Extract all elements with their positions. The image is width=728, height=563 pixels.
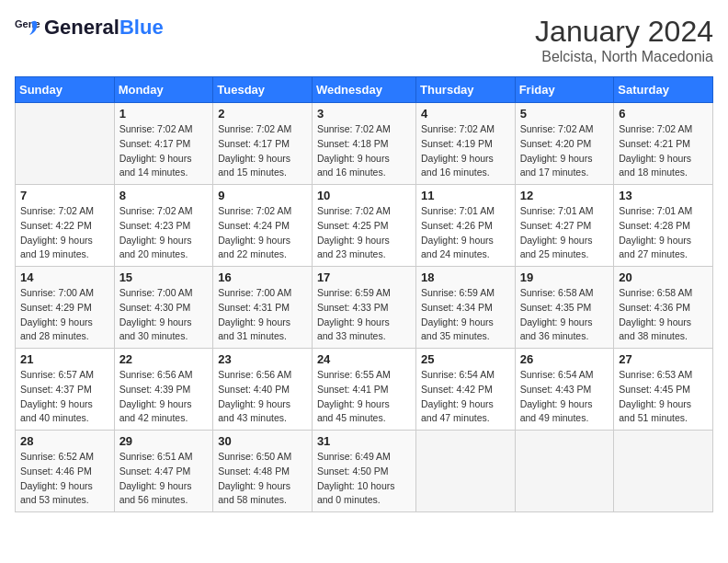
day-cell: 13Sunrise: 7:01 AMSunset: 4:28 PMDayligh… xyxy=(614,185,713,267)
day-info: Sunrise: 6:52 AMSunset: 4:46 PMDaylight:… xyxy=(20,450,109,508)
day-number: 2 xyxy=(218,107,307,121)
day-cell xyxy=(16,103,115,185)
title-block: January 2024 Belcista, North Macedonia xyxy=(535,15,713,65)
day-info: Sunrise: 6:59 AMSunset: 4:33 PMDaylight:… xyxy=(317,286,411,344)
day-number: 20 xyxy=(619,270,708,284)
day-number: 12 xyxy=(520,189,609,202)
header-day-saturday: Saturday xyxy=(614,77,713,103)
day-cell: 21Sunrise: 6:57 AMSunset: 4:37 PMDayligh… xyxy=(16,349,115,431)
day-cell: 24Sunrise: 6:55 AMSunset: 4:41 PMDayligh… xyxy=(312,349,415,431)
day-cell xyxy=(515,431,614,512)
day-number: 26 xyxy=(520,352,609,366)
day-info: Sunrise: 7:00 AMSunset: 4:31 PMDaylight:… xyxy=(218,286,307,344)
day-info: Sunrise: 6:57 AMSunset: 4:37 PMDaylight:… xyxy=(20,368,109,426)
day-cell: 2Sunrise: 7:02 AMSunset: 4:17 PMDaylight… xyxy=(213,103,313,185)
header-day-sunday: Sunday xyxy=(16,77,115,103)
day-info: Sunrise: 7:00 AMSunset: 4:29 PMDaylight:… xyxy=(20,286,109,344)
day-cell xyxy=(416,431,516,512)
day-cell: 11Sunrise: 7:01 AMSunset: 4:26 PMDayligh… xyxy=(416,185,516,267)
calendar-table: SundayMondayTuesdayWednesdayThursdayFrid… xyxy=(15,76,713,512)
day-info: Sunrise: 6:58 AMSunset: 4:35 PMDaylight:… xyxy=(520,286,609,344)
week-row-2: 7Sunrise: 7:02 AMSunset: 4:22 PMDaylight… xyxy=(16,185,713,267)
week-row-3: 14Sunrise: 7:00 AMSunset: 4:29 PMDayligh… xyxy=(16,267,713,349)
day-info: Sunrise: 6:56 AMSunset: 4:39 PMDaylight:… xyxy=(119,368,209,426)
day-info: Sunrise: 7:02 AMSunset: 4:22 PMDaylight:… xyxy=(20,204,109,262)
day-number: 22 xyxy=(119,352,209,366)
day-cell: 9Sunrise: 7:02 AMSunset: 4:24 PMDaylight… xyxy=(213,185,313,267)
week-row-4: 21Sunrise: 6:57 AMSunset: 4:37 PMDayligh… xyxy=(16,349,713,431)
header-day-monday: Monday xyxy=(114,77,213,103)
day-number: 4 xyxy=(421,107,510,121)
day-info: Sunrise: 6:49 AMSunset: 4:50 PMDaylight:… xyxy=(317,450,411,508)
day-cell: 6Sunrise: 7:02 AMSunset: 4:21 PMDaylight… xyxy=(614,103,713,185)
week-row-1: 1Sunrise: 7:02 AMSunset: 4:17 PMDaylight… xyxy=(16,103,713,185)
day-number: 17 xyxy=(317,270,411,284)
day-info: Sunrise: 6:55 AMSunset: 4:41 PMDaylight:… xyxy=(317,368,411,426)
day-cell: 31Sunrise: 6:49 AMSunset: 4:50 PMDayligh… xyxy=(312,431,415,512)
day-info: Sunrise: 7:02 AMSunset: 4:17 PMDaylight:… xyxy=(218,122,307,180)
day-info: Sunrise: 6:54 AMSunset: 4:42 PMDaylight:… xyxy=(421,368,510,426)
day-info: Sunrise: 7:02 AMSunset: 4:18 PMDaylight:… xyxy=(317,122,411,180)
day-info: Sunrise: 7:00 AMSunset: 4:30 PMDaylight:… xyxy=(119,286,209,344)
day-cell: 12Sunrise: 7:01 AMSunset: 4:27 PMDayligh… xyxy=(515,185,614,267)
day-number: 14 xyxy=(20,270,109,284)
day-info: Sunrise: 7:02 AMSunset: 4:19 PMDaylight:… xyxy=(421,122,510,180)
day-info: Sunrise: 6:58 AMSunset: 4:36 PMDaylight:… xyxy=(619,286,708,344)
day-cell: 16Sunrise: 7:00 AMSunset: 4:31 PMDayligh… xyxy=(213,267,313,349)
day-cell: 5Sunrise: 7:02 AMSunset: 4:20 PMDaylight… xyxy=(515,103,614,185)
header-row: SundayMondayTuesdayWednesdayThursdayFrid… xyxy=(16,77,713,103)
day-number: 30 xyxy=(218,434,307,448)
day-number: 28 xyxy=(20,434,109,448)
day-number: 27 xyxy=(619,352,708,366)
day-number: 23 xyxy=(218,352,307,366)
day-cell: 26Sunrise: 6:54 AMSunset: 4:43 PMDayligh… xyxy=(515,349,614,431)
day-cell: 29Sunrise: 6:51 AMSunset: 4:47 PMDayligh… xyxy=(114,431,213,512)
day-number: 19 xyxy=(520,270,609,284)
day-number: 11 xyxy=(421,189,510,202)
day-cell: 10Sunrise: 7:02 AMSunset: 4:25 PMDayligh… xyxy=(312,185,415,267)
header-day-tuesday: Tuesday xyxy=(213,77,313,103)
day-number: 1 xyxy=(119,107,209,121)
day-cell: 7Sunrise: 7:02 AMSunset: 4:22 PMDaylight… xyxy=(16,185,115,267)
day-cell: 17Sunrise: 6:59 AMSunset: 4:33 PMDayligh… xyxy=(312,267,415,349)
day-info: Sunrise: 6:56 AMSunset: 4:40 PMDaylight:… xyxy=(218,368,307,426)
day-number: 16 xyxy=(218,270,307,284)
logo-text: GeneralBlue xyxy=(44,17,164,38)
day-cell: 25Sunrise: 6:54 AMSunset: 4:42 PMDayligh… xyxy=(416,349,516,431)
header-day-wednesday: Wednesday xyxy=(312,77,415,103)
day-cell: 23Sunrise: 6:56 AMSunset: 4:40 PMDayligh… xyxy=(213,349,313,431)
day-info: Sunrise: 7:01 AMSunset: 4:26 PMDaylight:… xyxy=(421,204,510,262)
day-cell: 20Sunrise: 6:58 AMSunset: 4:36 PMDayligh… xyxy=(614,267,713,349)
day-number: 3 xyxy=(317,107,411,121)
logo-icon: General xyxy=(15,15,40,40)
page-header: General GeneralBlue January 2024 Belcist… xyxy=(15,15,713,65)
day-info: Sunrise: 7:01 AMSunset: 4:28 PMDaylight:… xyxy=(619,204,708,262)
day-number: 7 xyxy=(20,189,109,202)
day-number: 9 xyxy=(218,189,307,202)
day-info: Sunrise: 6:50 AMSunset: 4:48 PMDaylight:… xyxy=(218,450,307,508)
day-info: Sunrise: 7:02 AMSunset: 4:21 PMDaylight:… xyxy=(619,122,708,180)
day-info: Sunrise: 7:01 AMSunset: 4:27 PMDaylight:… xyxy=(520,204,609,262)
day-info: Sunrise: 6:59 AMSunset: 4:34 PMDaylight:… xyxy=(421,286,510,344)
day-number: 8 xyxy=(119,189,209,202)
day-cell: 30Sunrise: 6:50 AMSunset: 4:48 PMDayligh… xyxy=(213,431,313,512)
day-cell: 18Sunrise: 6:59 AMSunset: 4:34 PMDayligh… xyxy=(416,267,516,349)
day-cell xyxy=(614,431,713,512)
day-info: Sunrise: 7:02 AMSunset: 4:23 PMDaylight:… xyxy=(119,204,209,262)
day-number: 10 xyxy=(317,189,411,202)
day-cell: 19Sunrise: 6:58 AMSunset: 4:35 PMDayligh… xyxy=(515,267,614,349)
day-cell: 1Sunrise: 7:02 AMSunset: 4:17 PMDaylight… xyxy=(114,103,213,185)
day-info: Sunrise: 6:54 AMSunset: 4:43 PMDaylight:… xyxy=(520,368,609,426)
day-number: 6 xyxy=(619,107,708,121)
day-info: Sunrise: 6:53 AMSunset: 4:45 PMDaylight:… xyxy=(619,368,708,426)
day-info: Sunrise: 7:02 AMSunset: 4:24 PMDaylight:… xyxy=(218,204,307,262)
day-number: 25 xyxy=(421,352,510,366)
day-number: 21 xyxy=(20,352,109,366)
day-cell: 4Sunrise: 7:02 AMSunset: 4:19 PMDaylight… xyxy=(416,103,516,185)
day-info: Sunrise: 7:02 AMSunset: 4:25 PMDaylight:… xyxy=(317,204,411,262)
day-info: Sunrise: 7:02 AMSunset: 4:17 PMDaylight:… xyxy=(119,122,209,180)
day-number: 18 xyxy=(421,270,510,284)
month-title: January 2024 xyxy=(535,15,713,49)
day-cell: 15Sunrise: 7:00 AMSunset: 4:30 PMDayligh… xyxy=(114,267,213,349)
day-number: 29 xyxy=(119,434,209,448)
